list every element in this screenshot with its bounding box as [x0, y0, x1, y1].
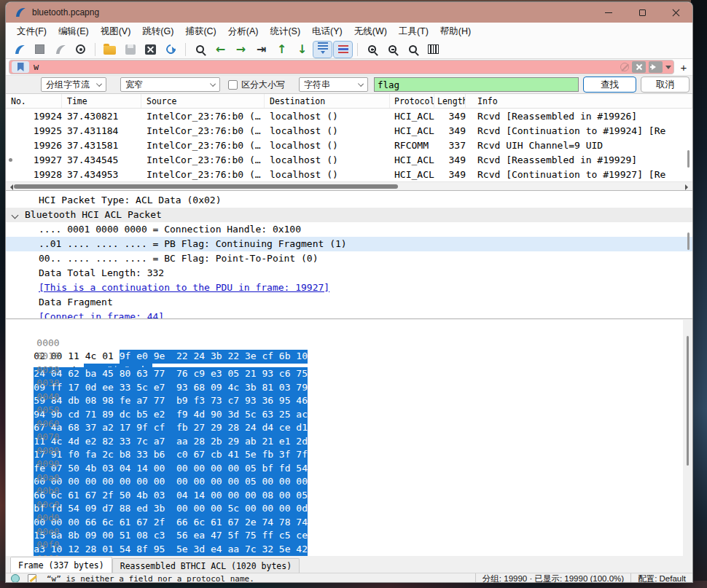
- go-down-icon[interactable]: ↓: [293, 42, 311, 58]
- packet-row[interactable]: 19925 37.431184 IntelCor_23:76:b0 (… loc…: [6, 123, 692, 138]
- main-toolbar: ← → ⇥ ↑ ↓: [6, 40, 692, 59]
- find-scope-dropdown[interactable]: 分组字节流: [41, 77, 106, 92]
- packet-list-scrollbar[interactable]: [687, 150, 690, 168]
- packet-row[interactable]: 19928 37.434953 IntelCor_23:76:b0 (… loc…: [6, 167, 692, 181]
- cancel-button[interactable]: 取消: [641, 77, 690, 93]
- hex-row[interactable]: 0000 02 00 11 4c 01 9f e0 9e 22 24 3b 22…: [6, 323, 692, 337]
- find-button[interactable]: 查找: [583, 77, 636, 93]
- detail-row[interactable]: Data Total Length: 332: [6, 266, 692, 281]
- expand-chevron-icon[interactable]: [12, 212, 19, 219]
- packet-list-header[interactable]: No.TimeSourceDestinationProtocolLengthIn…: [6, 94, 692, 109]
- maximize-button[interactable]: [625, 2, 659, 23]
- byte-view-tab[interactable]: Frame (337 bytes): [10, 557, 112, 573]
- zoom-reset-icon[interactable]: [404, 42, 422, 58]
- find-input[interactable]: flag: [374, 77, 579, 92]
- hex-offset: 00b0: [36, 485, 59, 498]
- menu-item[interactable]: 视图(V): [95, 23, 136, 40]
- hscrollbar-handle[interactable]: [14, 184, 398, 189]
- detail-row[interactable]: [This is a continuation to the PDU in fr…: [6, 281, 692, 295]
- auto-scroll-icon[interactable]: [313, 42, 332, 58]
- menu-item[interactable]: 编辑(E): [53, 23, 94, 40]
- go-forward-icon[interactable]: →: [232, 42, 250, 58]
- wireshark-logo-icon: [14, 6, 27, 19]
- packet-details-pane: HCI Packet Type: ACL Data (0x02) Bluetoo…: [6, 190, 692, 319]
- detail-row[interactable]: ..01 .... .... .... = PB Flag: Continuin…: [6, 237, 692, 251]
- menu-item[interactable]: 跳转(G): [137, 23, 179, 40]
- reload-icon[interactable]: [162, 42, 180, 58]
- capture-comment-icon[interactable]: [28, 574, 36, 584]
- menu-item[interactable]: 电话(Y): [307, 23, 348, 40]
- byte-view-tab[interactable]: Reassembled BTHCI ACL (1020 bytes): [112, 558, 300, 573]
- column-header[interactable]: Source: [141, 94, 265, 108]
- detail-row[interactable]: Data Fragment: [6, 295, 692, 310]
- hex-bytes[interactable]: 02 00 11 4c 01 9f e0 9e 22 24 3b 22 3e c…: [34, 350, 308, 364]
- expert-info-icon[interactable]: [11, 574, 20, 583]
- capture-options-icon[interactable]: [71, 42, 90, 58]
- menu-item[interactable]: 统计(S): [265, 23, 305, 40]
- column-header[interactable]: Time: [62, 94, 141, 108]
- menu-item[interactable]: 帮助(H): [435, 23, 476, 40]
- go-to-packet-icon[interactable]: ⇥: [252, 42, 270, 58]
- scroll-right-icon[interactable]: [685, 184, 691, 190]
- window-title: bluetooth.pcapng: [32, 7, 99, 17]
- hex-offset: 0080: [36, 444, 59, 458]
- zoom-in-icon[interactable]: [363, 42, 381, 58]
- bytes-scrollbar-track[interactable]: [683, 320, 692, 556]
- find-charwidth-dropdown[interactable]: 宽窄: [120, 77, 220, 92]
- packet-list-hscrollbar[interactable]: [6, 181, 692, 190]
- menu-item[interactable]: 工具(T): [394, 23, 434, 40]
- detail-row[interactable]: HCI Packet Type: ACL Data (0x02): [6, 193, 692, 208]
- packet-row[interactable]: 19927 37.434545 IntelCor_23:76:b0 (… loc…: [6, 152, 692, 167]
- filter-clear-button[interactable]: [632, 61, 646, 73]
- find-type-dropdown[interactable]: 字符串: [299, 77, 368, 92]
- filter-add-button[interactable]: +: [678, 61, 690, 74]
- filter-apply-button[interactable]: [649, 61, 663, 73]
- detail-row[interactable]: .... 0001 0000 0000 = Connection Handle:…: [6, 222, 692, 237]
- details-scrollbar[interactable]: [687, 232, 690, 250]
- menu-item[interactable]: 无线(W): [349, 23, 392, 40]
- start-capture-icon[interactable]: [10, 42, 28, 58]
- column-header[interactable]: Destination: [265, 94, 390, 108]
- case-sensitive-label: 区分大小写: [241, 79, 285, 91]
- hex-offset: 0090: [36, 458, 59, 471]
- column-header[interactable]: Info: [466, 94, 692, 108]
- filter-bookmark-button[interactable]: [12, 61, 29, 73]
- close-capture-icon[interactable]: [141, 42, 160, 58]
- go-up-icon[interactable]: ↑: [273, 42, 291, 58]
- status-bar: “w” is neither a field nor a protocol na…: [6, 573, 692, 583]
- packet-row[interactable]: 19924 37.430821 IntelCor_23:76:b0 (… loc…: [6, 109, 692, 123]
- restart-capture-icon[interactable]: [51, 42, 69, 58]
- column-header[interactable]: No.: [6, 94, 62, 108]
- save-file-icon[interactable]: [121, 42, 139, 58]
- byte-view-tabs: Frame (337 bytes)Reassembled BTHCI ACL (…: [6, 556, 692, 573]
- go-back-icon[interactable]: ←: [211, 42, 230, 58]
- display-filter-input[interactable]: w: [9, 60, 674, 74]
- detail-row[interactable]: Bluetooth HCI ACL Packet: [6, 208, 692, 222]
- detail-row[interactable]: 00.. .... .... .... = BC Flag: Point-To-…: [6, 251, 692, 266]
- profile-indicator[interactable]: 配置: Default: [630, 573, 692, 583]
- column-header[interactable]: Length: [434, 94, 466, 108]
- zoom-out-icon[interactable]: [383, 42, 402, 58]
- packet-row[interactable]: 19926 37.431581 IntelCor_23:76:b0 (… loc…: [6, 138, 692, 152]
- case-sensitive-checkbox[interactable]: [228, 80, 238, 90]
- bytes-scrollbar-handle[interactable]: [687, 336, 689, 466]
- menu-item[interactable]: 分析(A): [223, 23, 264, 40]
- detail-row[interactable]: [Connect in frame: 44]: [6, 310, 692, 319]
- find-packet-icon[interactable]: [191, 42, 209, 58]
- minimize-button[interactable]: [592, 2, 625, 23]
- stop-capture-icon[interactable]: [31, 42, 49, 58]
- colorize-icon[interactable]: [334, 42, 352, 58]
- display-filter-value[interactable]: w: [34, 62, 620, 72]
- find-toolbar: 分组字节流 宽窄 区分大小写 字符串 flag 查找 取消: [6, 76, 692, 94]
- hex-offset: 0060: [36, 418, 59, 431]
- menu-item[interactable]: 文件(F): [12, 23, 52, 40]
- hex-row[interactable]: 0010 24 04 62 ba 45 80 63 77 76 c9 e3 05…: [6, 337, 692, 350]
- column-header[interactable]: Protocol: [390, 94, 434, 108]
- open-file-icon[interactable]: [101, 42, 119, 58]
- close-button[interactable]: [659, 2, 692, 23]
- resize-columns-icon[interactable]: [424, 42, 442, 58]
- menu-item[interactable]: 捕获(C): [180, 23, 221, 40]
- toolbar-separator: [95, 43, 95, 56]
- filter-history-dropdown-icon[interactable]: [665, 66, 671, 72]
- scroll-left-icon[interactable]: [7, 184, 13, 190]
